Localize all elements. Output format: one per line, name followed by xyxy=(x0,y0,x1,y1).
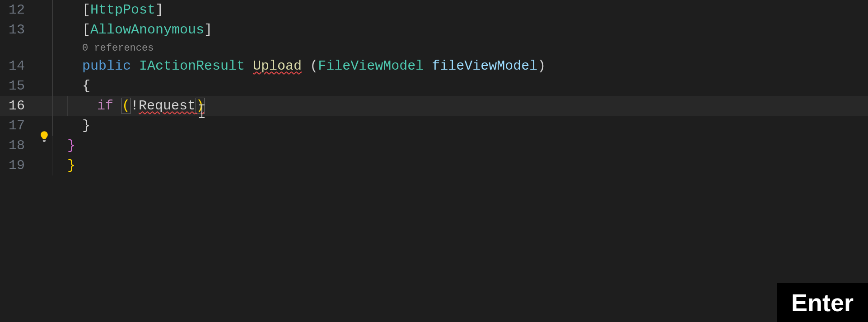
code-line[interactable]: 14 public IActionResult Upload (FileView… xyxy=(0,56,868,76)
param-name: fileViewModel xyxy=(432,58,537,74)
brace-open: { xyxy=(82,78,90,94)
line-number[interactable]: 15 xyxy=(0,76,36,96)
keyword-public: public xyxy=(82,58,131,74)
paren-close: ) xyxy=(537,58,546,74)
code-line[interactable]: 19 } xyxy=(0,156,868,175)
glyph-margin xyxy=(36,40,52,56)
code-line-active[interactable]: 16 if (!Request) xyxy=(0,96,868,116)
codelens-references[interactable]: 0 references xyxy=(82,43,154,54)
bracket-close: ] xyxy=(204,22,212,38)
code-line[interactable]: 17 } xyxy=(0,116,868,136)
glyph-margin[interactable] xyxy=(36,0,52,20)
code-line[interactable]: 12 [HttpPost] xyxy=(0,0,868,20)
param-type: FileViewModel xyxy=(318,58,424,74)
keyword-if: if xyxy=(97,98,113,114)
paren-open-matched: ( xyxy=(121,98,131,114)
brace-close: } xyxy=(82,118,90,133)
glyph-margin[interactable] xyxy=(36,56,52,76)
line-number[interactable]: 12 xyxy=(0,0,36,20)
glyph-margin[interactable] xyxy=(36,96,52,116)
line-number[interactable]: 17 xyxy=(0,116,36,136)
code-line[interactable]: 13 [AllowAnonymous] xyxy=(0,20,868,40)
code-line[interactable]: 15 { xyxy=(0,76,868,96)
attribute-name: AllowAnonymous xyxy=(90,22,204,38)
line-number[interactable]: 19 xyxy=(0,156,36,175)
glyph-margin[interactable] xyxy=(36,20,52,40)
glyph-margin[interactable] xyxy=(36,76,52,96)
paren-open: ( xyxy=(310,58,318,74)
line-number xyxy=(0,40,36,56)
brace-close: } xyxy=(67,138,75,153)
bracket-open: [ xyxy=(82,2,90,18)
return-type: IActionResult xyxy=(139,58,245,74)
brace-close: } xyxy=(67,158,75,173)
code-line[interactable]: 18 } xyxy=(0,136,868,156)
codelens-line: 0 references xyxy=(0,40,868,56)
line-number[interactable]: 14 xyxy=(0,56,36,76)
code-editor[interactable]: 12 [HttpPost] 13 [AllowAnonymous] 0 refe… xyxy=(0,0,868,322)
identifier-request: Request xyxy=(139,98,196,114)
line-number[interactable]: 16 xyxy=(0,96,36,116)
glyph-margin[interactable] xyxy=(36,156,52,175)
lightbulb-icon[interactable] xyxy=(39,100,49,112)
paren-close-matched: ) xyxy=(196,98,205,114)
operator-not: ! xyxy=(131,98,139,114)
glyph-margin[interactable] xyxy=(36,136,52,156)
bracket-open: [ xyxy=(82,22,90,38)
glyph-margin[interactable] xyxy=(36,116,52,136)
line-number[interactable]: 18 xyxy=(0,136,36,156)
enter-key-overlay: Enter xyxy=(777,283,868,322)
attribute-name: HttpPost xyxy=(90,2,155,18)
bracket-close: ] xyxy=(155,2,163,18)
line-number[interactable]: 13 xyxy=(0,20,36,40)
method-name: Upload xyxy=(253,58,302,74)
